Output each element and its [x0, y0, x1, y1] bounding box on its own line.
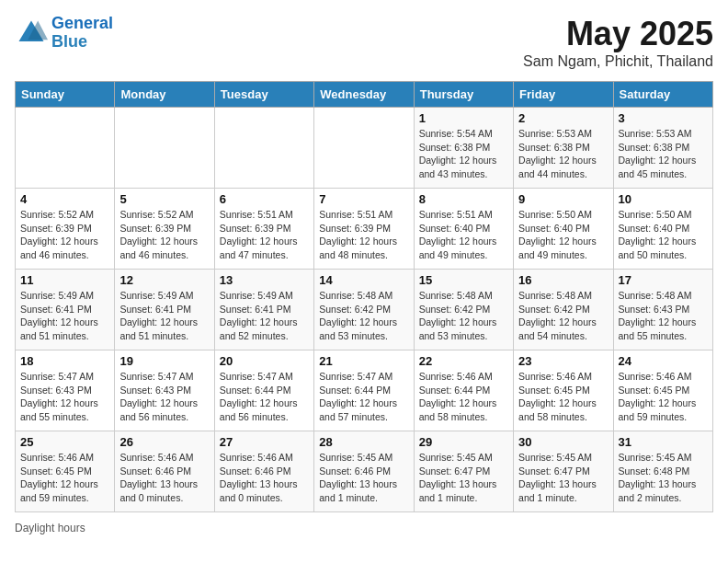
day-cell: 3Sunrise: 5:53 AM Sunset: 6:38 PM Daylig… [613, 108, 712, 189]
page-header: General Blue May 2025 Sam Ngam, Phichit,… [15, 15, 713, 70]
day-cell [214, 108, 313, 189]
day-number: 27 [220, 435, 309, 449]
day-cell: 14Sunrise: 5:48 AM Sunset: 6:42 PM Dayli… [314, 270, 414, 350]
day-cell: 11Sunrise: 5:49 AM Sunset: 6:41 PM Dayli… [16, 270, 115, 350]
logo-text: General Blue [51, 15, 113, 52]
day-number: 25 [20, 435, 109, 449]
day-number: 29 [419, 435, 508, 449]
week-row-1: 1Sunrise: 5:54 AM Sunset: 6:38 PM Daylig… [16, 108, 713, 189]
day-info: Sunrise: 5:52 AM Sunset: 6:39 PM Dayligh… [119, 208, 209, 262]
day-number: 12 [119, 273, 209, 287]
day-number: 17 [619, 273, 708, 287]
day-cell: 12Sunrise: 5:49 AM Sunset: 6:41 PM Dayli… [115, 270, 214, 350]
day-cell: 9Sunrise: 5:50 AM Sunset: 6:40 PM Daylig… [514, 189, 613, 270]
day-number: 9 [518, 192, 608, 206]
week-row-3: 11Sunrise: 5:49 AM Sunset: 6:41 PM Dayli… [16, 270, 713, 350]
day-number: 20 [220, 354, 309, 368]
day-info: Sunrise: 5:49 AM Sunset: 6:41 PM Dayligh… [119, 289, 209, 343]
day-info: Sunrise: 5:51 AM Sunset: 6:40 PM Dayligh… [419, 208, 508, 262]
day-info: Sunrise: 5:46 AM Sunset: 6:45 PM Dayligh… [518, 370, 608, 424]
day-number: 1 [419, 111, 508, 125]
day-cell: 18Sunrise: 5:47 AM Sunset: 6:43 PM Dayli… [16, 350, 115, 431]
logo-line2: Blue [51, 32, 87, 51]
day-number: 5 [119, 192, 209, 206]
day-cell: 7Sunrise: 5:51 AM Sunset: 6:39 PM Daylig… [314, 189, 414, 270]
day-info: Sunrise: 5:51 AM Sunset: 6:39 PM Dayligh… [220, 208, 309, 262]
day-cell: 29Sunrise: 5:45 AM Sunset: 6:47 PM Dayli… [414, 431, 513, 512]
day-info: Sunrise: 5:51 AM Sunset: 6:39 PM Dayligh… [319, 208, 408, 262]
day-info: Sunrise: 5:49 AM Sunset: 6:41 PM Dayligh… [220, 289, 309, 343]
day-info: Sunrise: 5:50 AM Sunset: 6:40 PM Dayligh… [619, 208, 708, 262]
day-info: Sunrise: 5:48 AM Sunset: 6:43 PM Dayligh… [619, 289, 708, 343]
day-cell: 4Sunrise: 5:52 AM Sunset: 6:39 PM Daylig… [16, 189, 115, 270]
day-number: 18 [20, 354, 109, 368]
footer: Daylight hours [15, 522, 713, 534]
day-header-sunday: Sunday [16, 82, 115, 108]
day-cell: 6Sunrise: 5:51 AM Sunset: 6:39 PM Daylig… [214, 189, 313, 270]
day-header-saturday: Saturday [613, 82, 712, 108]
day-cell: 25Sunrise: 5:46 AM Sunset: 6:45 PM Dayli… [16, 431, 115, 512]
calendar-subtitle: Sam Ngam, Phichit, Thailand [523, 53, 713, 70]
day-info: Sunrise: 5:46 AM Sunset: 6:45 PM Dayligh… [20, 451, 109, 505]
day-cell: 17Sunrise: 5:48 AM Sunset: 6:43 PM Dayli… [613, 270, 712, 350]
day-number: 2 [518, 111, 608, 125]
day-cell: 2Sunrise: 5:53 AM Sunset: 6:38 PM Daylig… [514, 108, 613, 189]
day-cell: 30Sunrise: 5:45 AM Sunset: 6:47 PM Dayli… [514, 431, 613, 512]
day-info: Sunrise: 5:47 AM Sunset: 6:43 PM Dayligh… [119, 370, 209, 424]
day-cell: 27Sunrise: 5:46 AM Sunset: 6:46 PM Dayli… [214, 431, 313, 512]
day-cell: 22Sunrise: 5:46 AM Sunset: 6:44 PM Dayli… [414, 350, 513, 431]
day-cell: 15Sunrise: 5:48 AM Sunset: 6:42 PM Dayli… [414, 270, 513, 350]
day-number: 16 [518, 273, 608, 287]
day-header-wednesday: Wednesday [314, 82, 414, 108]
day-cell: 31Sunrise: 5:45 AM Sunset: 6:48 PM Dayli… [613, 431, 712, 512]
calendar-table: SundayMondayTuesdayWednesdayThursdayFrid… [15, 81, 713, 512]
week-row-4: 18Sunrise: 5:47 AM Sunset: 6:43 PM Dayli… [16, 350, 713, 431]
day-cell: 13Sunrise: 5:49 AM Sunset: 6:41 PM Dayli… [214, 270, 313, 350]
calendar-body: 1Sunrise: 5:54 AM Sunset: 6:38 PM Daylig… [16, 108, 713, 512]
day-number: 19 [119, 354, 209, 368]
day-cell [16, 108, 115, 189]
day-header-tuesday: Tuesday [214, 82, 313, 108]
day-info: Sunrise: 5:53 AM Sunset: 6:38 PM Dayligh… [518, 127, 608, 181]
day-number: 3 [619, 111, 708, 125]
day-header-friday: Friday [514, 82, 613, 108]
day-header-thursday: Thursday [414, 82, 513, 108]
week-row-2: 4Sunrise: 5:52 AM Sunset: 6:39 PM Daylig… [16, 189, 713, 270]
day-info: Sunrise: 5:52 AM Sunset: 6:39 PM Dayligh… [20, 208, 109, 262]
day-cell: 1Sunrise: 5:54 AM Sunset: 6:38 PM Daylig… [414, 108, 513, 189]
day-info: Sunrise: 5:47 AM Sunset: 6:44 PM Dayligh… [319, 370, 408, 424]
day-cell: 19Sunrise: 5:47 AM Sunset: 6:43 PM Dayli… [115, 350, 214, 431]
day-number: 13 [220, 273, 309, 287]
day-number: 10 [619, 192, 708, 206]
day-info: Sunrise: 5:45 AM Sunset: 6:46 PM Dayligh… [319, 451, 408, 505]
day-info: Sunrise: 5:48 AM Sunset: 6:42 PM Dayligh… [319, 289, 408, 343]
day-number: 4 [20, 192, 109, 206]
day-info: Sunrise: 5:48 AM Sunset: 6:42 PM Dayligh… [419, 289, 508, 343]
day-number: 11 [20, 273, 109, 287]
day-cell: 23Sunrise: 5:46 AM Sunset: 6:45 PM Dayli… [514, 350, 613, 431]
day-cell: 28Sunrise: 5:45 AM Sunset: 6:46 PM Dayli… [314, 431, 414, 512]
footer-text: Daylight hours [15, 522, 85, 534]
day-info: Sunrise: 5:49 AM Sunset: 6:41 PM Dayligh… [20, 289, 109, 343]
day-cell: 8Sunrise: 5:51 AM Sunset: 6:40 PM Daylig… [414, 189, 513, 270]
day-cell: 20Sunrise: 5:47 AM Sunset: 6:44 PM Dayli… [214, 350, 313, 431]
day-header-monday: Monday [115, 82, 214, 108]
day-info: Sunrise: 5:46 AM Sunset: 6:46 PM Dayligh… [220, 451, 309, 505]
day-info: Sunrise: 5:45 AM Sunset: 6:48 PM Dayligh… [619, 451, 708, 505]
day-info: Sunrise: 5:46 AM Sunset: 6:45 PM Dayligh… [619, 370, 708, 424]
day-info: Sunrise: 5:45 AM Sunset: 6:47 PM Dayligh… [419, 451, 508, 505]
day-number: 28 [319, 435, 408, 449]
day-info: Sunrise: 5:54 AM Sunset: 6:38 PM Dayligh… [419, 127, 508, 181]
day-number: 21 [319, 354, 408, 368]
day-info: Sunrise: 5:48 AM Sunset: 6:42 PM Dayligh… [518, 289, 608, 343]
logo: General Blue [15, 15, 113, 52]
logo-line1: General [51, 14, 113, 32]
day-number: 31 [619, 435, 708, 449]
day-info: Sunrise: 5:46 AM Sunset: 6:46 PM Dayligh… [119, 451, 209, 505]
day-cell [314, 108, 414, 189]
day-info: Sunrise: 5:47 AM Sunset: 6:43 PM Dayligh… [20, 370, 109, 424]
day-info: Sunrise: 5:53 AM Sunset: 6:38 PM Dayligh… [619, 127, 708, 181]
day-number: 6 [220, 192, 309, 206]
day-number: 8 [419, 192, 508, 206]
day-cell: 16Sunrise: 5:48 AM Sunset: 6:42 PM Dayli… [514, 270, 613, 350]
